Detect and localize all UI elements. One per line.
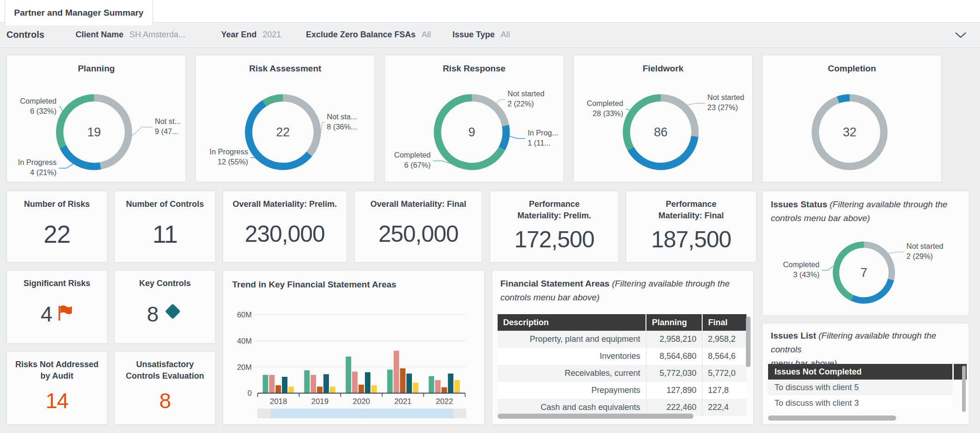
donut-segment[interactable] — [63, 146, 100, 166]
horizontal-scrollbar[interactable] — [768, 415, 896, 421]
table-cell: 127,890 — [646, 382, 702, 399]
chevron-down-icon[interactable] — [954, 31, 967, 41]
bar-dark-teal[interactable] — [282, 377, 288, 393]
donut-segment[interactable] — [60, 98, 94, 146]
donut-segment[interactable] — [627, 98, 661, 148]
table-header-row: Description Planning Final — [498, 314, 746, 331]
range-slider-left-handle[interactable] — [258, 409, 270, 418]
filter-value[interactable]: SH Amsterda... — [129, 30, 185, 39]
kpi-value: 11 — [153, 210, 177, 257]
column-header[interactable]: Planning — [646, 314, 702, 331]
donut-label: In Progress4 (21%) — [18, 158, 57, 176]
y-axis-tick-label: 20M — [237, 363, 252, 371]
donut-segment[interactable] — [264, 98, 283, 103]
donut-segment[interactable] — [864, 245, 892, 280]
filter-issue-type[interactable]: Issue Type All — [452, 22, 510, 47]
list-item[interactable]: To discuss with client 3 — [768, 395, 952, 409]
column-header[interactable]: Final — [702, 314, 746, 331]
y-axis-tick-label: 0 — [247, 389, 252, 397]
bar-salmon[interactable] — [352, 372, 358, 393]
fieldwork-donut-chart[interactable]: 86Completed28 (33%)Not started23 (27%) — [574, 55, 752, 182]
bar-rust[interactable] — [276, 385, 281, 393]
significant-risks-card: Significant Risks 4 — [6, 270, 107, 344]
bar-salmon[interactable] — [311, 375, 316, 393]
card-title: Financial Statement Areas (Filtering ava… — [500, 277, 748, 304]
donut-segment[interactable] — [472, 98, 505, 125]
vertical-scrollbar[interactable] — [746, 316, 751, 367]
filter-value[interactable]: 2021 — [263, 30, 281, 39]
bar-green[interactable] — [428, 376, 434, 393]
completion-donut-chart[interactable]: 32 — [763, 55, 941, 182]
table-cell: Prepayments — [498, 382, 646, 399]
bar-green[interactable] — [387, 369, 393, 393]
card-title: Issues Status (Filtering available throu… — [771, 198, 963, 225]
bar-green[interactable] — [263, 375, 268, 393]
bar-dark-teal[interactable] — [323, 374, 329, 393]
performance-materiality-final-card: Performance Materiality: Final 187,500 — [626, 191, 757, 263]
x-axis-tick-label: 2018 — [270, 397, 288, 406]
bar-dark-teal[interactable] — [448, 374, 453, 393]
tab-partner-and-manager-summary[interactable]: Partner and Manager Summary — [5, 0, 153, 25]
bar-yellow[interactable] — [413, 383, 418, 393]
bar-salmon[interactable] — [393, 351, 399, 393]
filter-client-name[interactable]: Client Name SH Amsterda... — [76, 22, 185, 47]
bar-yellow[interactable] — [330, 386, 335, 393]
bar-green[interactable] — [346, 357, 351, 393]
filter-year-end[interactable]: Year End 2021 — [221, 22, 281, 47]
bar-rust[interactable] — [400, 369, 405, 393]
donut-segment[interactable] — [631, 136, 695, 166]
bar-yellow[interactable] — [288, 386, 294, 393]
kpi-title: Performance Materiality: Prelim. — [506, 199, 603, 222]
bar-rust[interactable] — [317, 386, 323, 393]
donut-segment[interactable] — [852, 280, 891, 300]
financial-statement-areas-card: Financial Statement Areas (Filtering ava… — [492, 270, 754, 425]
risk-response-donut-chart[interactable]: 9Not started2 (22%)In Prog...1 (11...Com… — [385, 55, 563, 182]
table-cell: 127,8 — [702, 382, 746, 399]
range-slider-fill[interactable]: ⋯ — [270, 409, 453, 418]
bar-dark-teal[interactable] — [406, 374, 412, 393]
kpi-value: 22 — [43, 210, 70, 257]
bar-salmon[interactable] — [435, 380, 440, 393]
donut-segment[interactable] — [838, 98, 850, 99]
donut-segment[interactable] — [836, 245, 864, 298]
label-leader-line — [496, 99, 505, 103]
risk-assessment-donut-chart[interactable]: 22Not sta...8 (36%...In Progress12 (55%) — [196, 55, 375, 182]
bar-rust[interactable] — [441, 387, 447, 393]
table-row[interactable]: Inventories8,564,6808,564,6 — [498, 348, 746, 365]
table-row[interactable]: Prepayments127,890127,8 — [498, 382, 746, 399]
kpi-title: Performance Materiality: Final — [643, 199, 739, 222]
table-cell: 2,958,210 — [646, 331, 702, 348]
x-axis-tick-label: 2020 — [353, 397, 370, 406]
bar-yellow[interactable] — [371, 385, 377, 393]
filter-value[interactable]: All — [422, 30, 431, 39]
range-slider-right-handle[interactable] — [453, 409, 466, 418]
trend-chart-card: Trend in Key Financial Statement Areas 0… — [223, 270, 485, 425]
bar-green[interactable] — [304, 370, 310, 393]
table-row[interactable]: Property, plant and equipment2,958,2102,… — [498, 331, 746, 348]
vertical-scrollbar[interactable] — [962, 366, 966, 412]
filter-exclude-zero-balance-fsas[interactable]: Exclude Zero Balance FSAs All — [306, 22, 431, 47]
bar-yellow[interactable] — [454, 380, 460, 393]
planning-donut-chart[interactable]: 19Completed6 (32%)Not st...9 (47...In Pr… — [7, 55, 186, 182]
label-leader-line — [59, 107, 63, 111]
card-title: Fieldwork — [574, 64, 752, 74]
card-title: Trend in Key Financial Statement Areas — [232, 278, 479, 292]
bar-dark-teal[interactable] — [365, 372, 370, 393]
card-title: Risk Response — [385, 64, 563, 74]
bar-rust[interactable] — [358, 385, 364, 393]
trend-bar-chart[interactable]: 020M40M60M20182019202020212022 — [223, 270, 484, 424]
label-leader-line — [131, 127, 153, 137]
table-cell: 5,772,030 — [646, 365, 702, 382]
list-item[interactable]: To discuss with client 5 — [768, 380, 952, 395]
donut-segment[interactable] — [502, 126, 506, 149]
horizontal-scrollbar[interactable] — [498, 414, 693, 419]
column-header[interactable]: Description — [498, 314, 646, 331]
label-leader-line — [687, 103, 705, 105]
filter-value[interactable]: All — [501, 30, 510, 39]
card-title: Issues List (Filtering available through… — [771, 329, 965, 370]
bar-salmon[interactable] — [269, 375, 275, 393]
fieldwork-card: Fieldwork 86Completed28 (33%)Not started… — [573, 55, 753, 182]
table-row[interactable]: Receivables, current5,772,0305,772,0 — [498, 365, 746, 382]
table-cell: 5,772,0 — [702, 365, 746, 382]
controls-filter-bar: Controls Client Name SH Amsterda... Year… — [0, 22, 980, 48]
